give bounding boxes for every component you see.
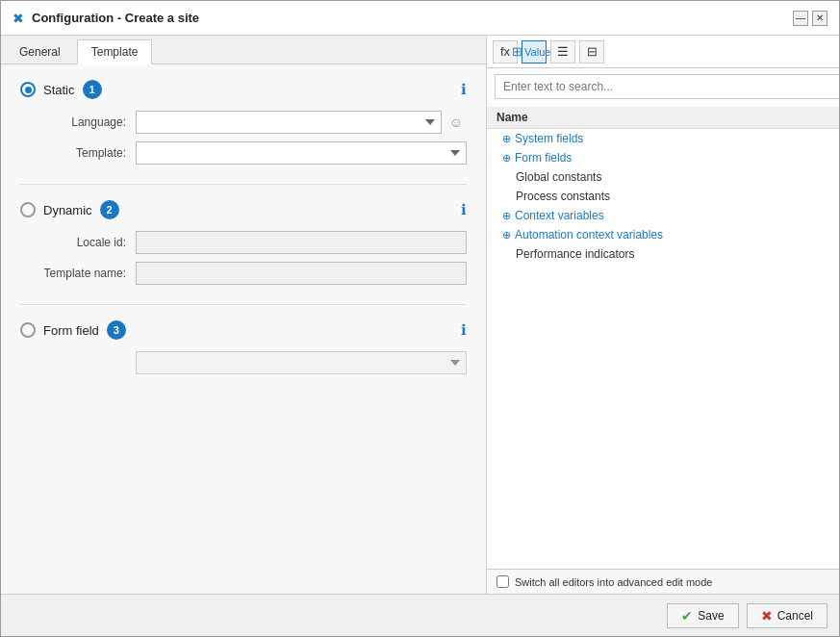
title-buttons: — ✕ xyxy=(793,11,827,26)
tab-template[interactable]: Template xyxy=(77,39,153,64)
tree-item-global-constants[interactable]: Global constants xyxy=(487,167,839,187)
tree-item-label-process-constants: Process constants xyxy=(516,190,610,203)
formula-icon: fx xyxy=(500,44,510,59)
tree-item-label-performance-indicators: Performance indicators xyxy=(516,247,634,261)
expand-icon-context-variables: ⊕ xyxy=(502,210,511,222)
grid-icon: ⊟ xyxy=(587,44,598,59)
template-label: Template: xyxy=(30,146,136,160)
template-name-input xyxy=(136,262,467,285)
app-icon: ✖ xyxy=(13,11,24,26)
form-field-label: Form field xyxy=(43,323,99,338)
divider-2 xyxy=(20,304,467,305)
tree-item-label-automation-context-variables: Automation context variables xyxy=(515,228,663,242)
template-name-row: Template name: xyxy=(20,262,467,285)
tree-item-system-fields[interactable]: ⊕ System fields xyxy=(487,129,839,148)
template-name-label: Template name: xyxy=(30,267,136,280)
advanced-edit-checkbox[interactable] xyxy=(496,575,509,588)
form-field-section: Form field 3 ℹ xyxy=(20,320,467,374)
tabs-bar: General Template xyxy=(1,36,486,64)
form-field-select xyxy=(136,351,467,374)
main-window: ✖ Configuration - Create a site — ✕ Gene… xyxy=(0,0,840,637)
language-emoji-button[interactable]: ☺ xyxy=(445,112,467,133)
static-section-header: Static 1 ℹ xyxy=(20,80,467,99)
tree-area: Name ⊕ System fields ⊕ Form fields Globa… xyxy=(487,103,839,569)
tree-item-context-variables[interactable]: ⊕ Context variables xyxy=(487,206,839,225)
static-label: Static xyxy=(43,83,75,97)
dynamic-info-icon[interactable]: ℹ xyxy=(461,201,467,218)
locale-id-label: Locale id: xyxy=(30,236,136,249)
form-field-info-icon[interactable]: ℹ xyxy=(461,321,467,339)
form-field-radio[interactable] xyxy=(20,322,36,338)
form-field-section-header: Form field 3 ℹ xyxy=(20,320,467,340)
dynamic-label: Dynamic xyxy=(43,203,92,217)
expand-icon-system-fields: ⊕ xyxy=(502,133,511,145)
minimize-button[interactable]: — xyxy=(793,11,808,26)
template-name-input-wrap xyxy=(136,262,467,285)
title-bar: ✖ Configuration - Create a site — ✕ xyxy=(1,1,839,36)
tree-item-process-constants[interactable]: Process constants xyxy=(487,187,839,206)
left-content: Static 1 ℹ Language: ☺ Template: xyxy=(1,64,486,594)
tree-item-label-global-constants: Global constants xyxy=(516,170,601,184)
divider-1 xyxy=(20,184,467,185)
list-button[interactable]: ☰ xyxy=(550,40,575,64)
template-input-wrap xyxy=(136,141,467,165)
template-select[interactable] xyxy=(136,141,467,165)
locale-id-row: Locale id: xyxy=(20,231,467,254)
save-label: Save xyxy=(698,609,724,623)
locale-id-input-wrap xyxy=(136,231,467,254)
values-button[interactable]: ⊞ Values xyxy=(522,40,547,64)
search-input[interactable] xyxy=(495,74,839,99)
tree-item-form-fields[interactable]: ⊕ Form fields xyxy=(487,148,839,167)
language-select[interactable] xyxy=(136,111,442,134)
locale-id-input xyxy=(136,231,467,254)
dynamic-radio[interactable] xyxy=(20,202,36,217)
save-icon: ✔ xyxy=(681,608,693,624)
close-button[interactable]: ✕ xyxy=(812,11,827,26)
template-row: Template: xyxy=(20,141,467,165)
tree-item-label-form-fields: Form fields xyxy=(515,151,572,165)
right-panel: fx ⊞ Values ☰ ⊟ Name ⊕ System fields xyxy=(487,36,839,594)
right-toolbar: fx ⊞ Values ☰ ⊟ xyxy=(487,36,839,68)
cancel-label: Cancel xyxy=(777,609,813,623)
expand-icon-automation-context-variables: ⊕ xyxy=(502,229,511,242)
title-bar-left: ✖ Configuration - Create a site xyxy=(13,11,199,26)
static-info-icon[interactable]: ℹ xyxy=(461,81,467,98)
content-area: General Template Static 1 ℹ xyxy=(1,36,839,594)
static-badge: 1 xyxy=(83,80,102,99)
bottom-strip: Switch all editors into advanced edit mo… xyxy=(487,569,839,594)
tree-item-automation-context-variables[interactable]: ⊕ Automation context variables xyxy=(487,225,839,244)
list-icon: ☰ xyxy=(557,44,569,59)
form-field-badge: 3 xyxy=(107,320,126,340)
left-panel: General Template Static 1 ℹ xyxy=(1,36,487,594)
values-icon: ⊞ xyxy=(512,44,522,59)
tab-general[interactable]: General xyxy=(5,39,75,64)
save-button[interactable]: ✔ Save xyxy=(667,603,738,628)
static-radio[interactable] xyxy=(20,82,36,97)
expand-icon-form-fields: ⊕ xyxy=(502,152,511,165)
dynamic-section-header: Dynamic 2 ℹ xyxy=(20,200,467,219)
window-title: Configuration - Create a site xyxy=(32,11,199,25)
dynamic-section: Dynamic 2 ℹ Locale id: Template name: xyxy=(20,200,467,285)
language-row: Language: ☺ xyxy=(20,111,467,134)
tree-item-label-system-fields: System fields xyxy=(515,132,583,145)
tree-item-performance-indicators[interactable]: Performance indicators xyxy=(487,244,839,264)
tree-header: Name xyxy=(487,107,839,129)
grid-button[interactable]: ⊟ xyxy=(579,40,604,64)
footer: ✔ Save ✖ Cancel xyxy=(1,594,839,636)
cancel-button[interactable]: ✖ Cancel xyxy=(747,603,827,628)
cancel-icon: ✖ xyxy=(761,608,773,624)
static-section: Static 1 ℹ Language: ☺ Template: xyxy=(20,80,467,165)
dynamic-badge: 2 xyxy=(100,200,119,219)
language-label: Language: xyxy=(30,115,136,129)
advanced-edit-label: Switch all editors into advanced edit mo… xyxy=(515,576,712,588)
form-field-select-wrap xyxy=(136,351,467,374)
tree-item-label-context-variables: Context variables xyxy=(515,209,604,222)
language-input-wrap: ☺ xyxy=(136,111,467,134)
form-field-dropdown-row xyxy=(20,351,467,374)
